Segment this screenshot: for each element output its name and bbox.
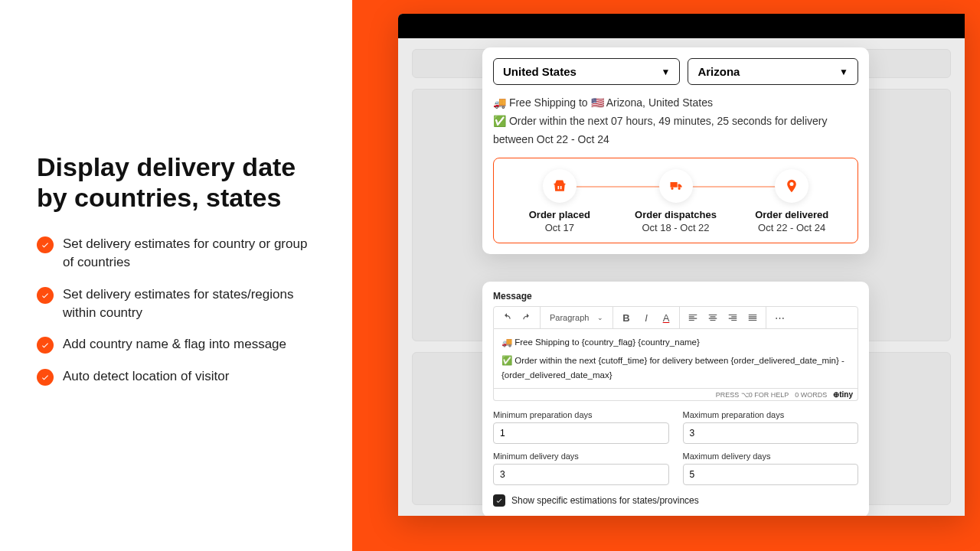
basket-icon	[543, 169, 577, 203]
state-value: Arizona	[697, 65, 740, 78]
delivery-timeline: Order placed Oct 17 Order dispatches Oct…	[493, 158, 858, 243]
truck-icon	[659, 169, 693, 203]
chevron-down-icon: ▼	[662, 67, 671, 77]
app-showcase: United States ▼ Arizona ▼ 🚚 Free Shippin…	[352, 0, 980, 551]
align-left-button[interactable]	[684, 309, 701, 326]
checkbox-checked-icon	[493, 494, 505, 507]
chevron-down-icon: ⌄	[597, 314, 603, 321]
min-delivery-label: Minimum delivery days	[493, 452, 669, 461]
feature-text: Set delivery estimates for country or gr…	[63, 235, 315, 272]
page-title: Display delivery date by countries, stat…	[37, 152, 315, 214]
check-icon	[37, 236, 54, 253]
step-label: Order placed	[501, 209, 618, 220]
feature-item: Set delivery estimates for states/region…	[37, 285, 315, 322]
feature-text: Set delivery estimates for states/region…	[63, 285, 315, 322]
redo-button[interactable]	[518, 309, 535, 326]
word-count: 0 WORDS	[795, 391, 827, 399]
country-value: United States	[503, 65, 577, 78]
feature-item: Add country name & flag into message	[37, 335, 315, 354]
min-prep-input[interactable]	[493, 422, 669, 444]
check-icon	[37, 337, 54, 354]
text-color-button[interactable]: A	[658, 309, 675, 326]
feature-item: Set delivery estimates for country or gr…	[37, 235, 315, 272]
feature-text: Add country name & flag into message	[63, 335, 286, 354]
shipping-line: 🚚 Free Shipping to 🇺🇸 Arizona, United St…	[493, 94, 858, 112]
tiny-logo: ⊕tiny	[833, 390, 853, 399]
message-editor-card: Message Paragraph⌄ B I A	[482, 282, 869, 516]
editor-footer: PRESS ⌥0 FOR HELP 0 WORDS ⊕tiny	[493, 389, 858, 401]
timeline-step-dispatched: Order dispatches Oct 18 - Oct 22	[618, 169, 734, 233]
editor-line: 🚚 Free Shipping to {country_flag} {count…	[501, 335, 850, 349]
timeline-step-delivered: Order delivered Oct 22 - Oct 24	[733, 169, 850, 233]
editor-toolbar: Paragraph⌄ B I A ⋯	[493, 306, 858, 329]
country-select[interactable]: United States ▼	[493, 58, 680, 85]
max-delivery-label: Maximum delivery days	[683, 452, 859, 461]
align-right-button[interactable]	[724, 309, 741, 326]
chevron-down-icon: ▼	[839, 67, 848, 77]
shipping-message: 🚚 Free Shipping to 🇺🇸 Arizona, United St…	[493, 94, 858, 148]
step-label: Order delivered	[733, 209, 850, 220]
align-justify-button[interactable]	[744, 309, 761, 326]
paragraph-format-select[interactable]: Paragraph⌄	[545, 309, 608, 326]
message-section-label: Message	[493, 291, 858, 302]
bold-button[interactable]: B	[618, 309, 635, 326]
states-specific-checkbox-row[interactable]: Show specific estimations for states/pro…	[493, 494, 858, 507]
cutoff-line: ✅ Order within the next 07 hours, 49 min…	[493, 112, 858, 149]
max-prep-input[interactable]	[683, 422, 859, 444]
location-pin-icon	[775, 169, 808, 203]
delivery-fields-grid: Minimum preparation days Maximum prepara…	[493, 410, 858, 485]
delivery-preview-card: United States ▼ Arizona ▼ 🚚 Free Shippin…	[482, 47, 869, 254]
feature-item: Auto detect location of visitor	[37, 367, 315, 386]
step-date: Oct 18 - Oct 22	[618, 222, 734, 233]
step-date: Oct 17	[501, 222, 618, 233]
editor-content[interactable]: 🚚 Free Shipping to {country_flag} {count…	[493, 329, 858, 389]
app-titlebar	[398, 14, 965, 38]
state-select[interactable]: Arizona ▼	[688, 58, 858, 85]
undo-button[interactable]	[498, 309, 515, 326]
marketing-panel: Display delivery date by countries, stat…	[0, 0, 352, 551]
feature-list: Set delivery estimates for country or gr…	[37, 235, 315, 399]
help-hint: PRESS ⌥0 FOR HELP	[716, 391, 789, 399]
app-frame: United States ▼ Arizona ▼ 🚚 Free Shippin…	[398, 14, 965, 516]
step-date: Oct 22 - Oct 24	[733, 222, 850, 233]
timeline-step-placed: Order placed Oct 17	[501, 169, 618, 233]
check-icon	[37, 287, 54, 304]
check-icon	[37, 369, 54, 386]
min-delivery-input[interactable]	[493, 464, 669, 485]
italic-button[interactable]: I	[638, 309, 655, 326]
min-prep-label: Minimum preparation days	[493, 410, 669, 419]
app-body: United States ▼ Arizona ▼ 🚚 Free Shippin…	[398, 38, 965, 516]
step-label: Order dispatches	[618, 209, 734, 220]
checkbox-label: Show specific estimations for states/pro…	[511, 495, 699, 506]
feature-text: Auto detect location of visitor	[63, 367, 229, 386]
editor-line: ✅ Order within the next {cutoff_time} fo…	[501, 354, 850, 382]
max-prep-label: Maximum preparation days	[683, 410, 859, 419]
max-delivery-input[interactable]	[683, 464, 859, 485]
align-center-button[interactable]	[704, 309, 721, 326]
more-options-button[interactable]: ⋯	[771, 309, 788, 326]
